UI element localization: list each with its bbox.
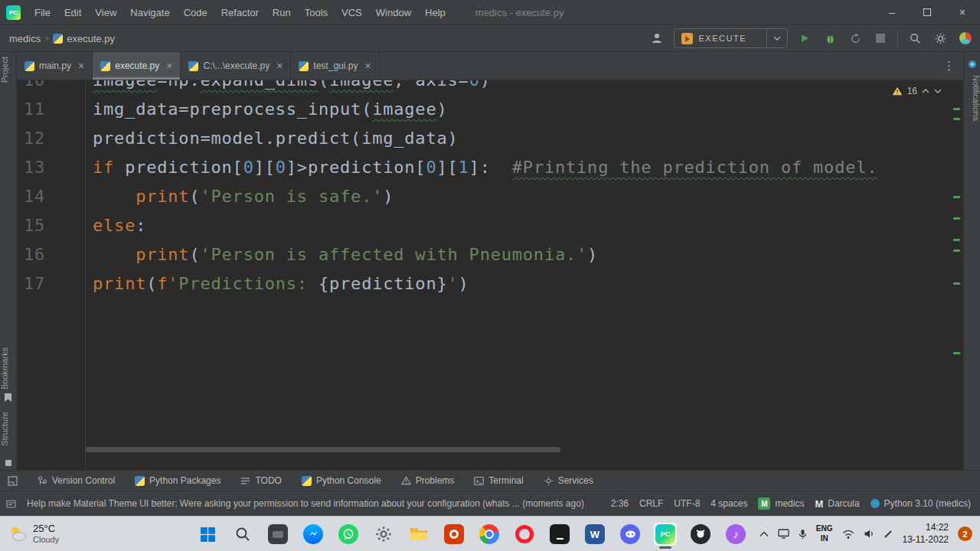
stripe-button-structure[interactable]: Structure	[0, 412, 17, 446]
pycharm-icon[interactable]: PC	[654, 523, 677, 546]
line-number[interactable]: 16	[17, 245, 85, 264]
menu-window[interactable]: Window	[369, 7, 418, 18]
file-explorer-icon[interactable]	[407, 523, 430, 546]
code-editor[interactable]: 10imagee=np.expand_dims(imagee, axis=0)1…	[17, 80, 963, 470]
prev-warning-icon[interactable]	[922, 89, 929, 93]
code-text[interactable]: print('Person is affected with Pneumonia…	[85, 245, 598, 264]
rerun-coverage-button[interactable]	[847, 30, 864, 47]
language-indicator[interactable]: ENG IN	[816, 524, 833, 543]
inspections-widget[interactable]: 16	[892, 86, 942, 96]
line-number[interactable]: 15	[17, 216, 85, 235]
line-separator[interactable]: CRLF	[639, 498, 663, 509]
tool-window-terminal[interactable]: Terminal	[474, 475, 523, 486]
chevron-down-icon[interactable]	[767, 36, 787, 41]
opera-icon[interactable]	[513, 523, 536, 546]
tool-window-todo[interactable]: TODO	[240, 475, 281, 486]
run-configuration-select[interactable]: EXECUTE	[674, 28, 788, 48]
start-icon[interactable]	[196, 523, 219, 546]
close-tab-icon[interactable]: ×	[78, 60, 84, 72]
clock-widget[interactable]: 14:22 13-11-2022	[903, 522, 949, 546]
run-button[interactable]	[796, 30, 813, 47]
code-text[interactable]: else:	[85, 216, 146, 235]
line-number[interactable]: 17	[17, 274, 85, 293]
menu-tools[interactable]: Tools	[298, 7, 335, 18]
music-icon[interactable]: ♪	[724, 523, 747, 546]
tab-execute-py[interactable]: execute.py×	[93, 52, 181, 80]
github-icon[interactable]	[689, 523, 712, 546]
breadcrumb-file[interactable]: execute.py	[67, 33, 115, 44]
commit-icon[interactable]	[5, 456, 12, 470]
next-warning-icon[interactable]	[934, 89, 942, 93]
volume-icon[interactable]	[864, 529, 874, 539]
tab-test-gui-py[interactable]: test_gui.py×	[291, 52, 379, 80]
interpreter-selector[interactable]: Python 3.10 (medics)	[871, 498, 971, 509]
material-project-badge[interactable]: M medics	[758, 497, 804, 510]
messenger-icon[interactable]	[302, 523, 325, 546]
tool-window-version-control[interactable]: Version Control	[38, 475, 115, 486]
stripe-button-notifications[interactable]: Notifications	[964, 75, 980, 121]
stripe-button-project[interactable]: Project	[0, 57, 17, 83]
debug-button[interactable]	[822, 30, 838, 47]
event-log-icon[interactable]	[6, 499, 16, 509]
menu-file[interactable]: File	[28, 7, 57, 18]
discord-icon[interactable]	[619, 523, 642, 546]
breadcrumb-project[interactable]: medics	[9, 33, 41, 44]
notification-badge[interactable]: 2	[958, 527, 972, 541]
indent-setting[interactable]: 4 spaces	[710, 498, 747, 509]
tab-options-icon[interactable]: ⋮	[936, 52, 963, 80]
code-text[interactable]: imagee=np.expand_dims(imagee, axis=0)	[85, 80, 491, 90]
code-text[interactable]: print(f'Predictions: {prediction}')	[85, 274, 469, 293]
theme-selector[interactable]: M Darcula	[815, 498, 859, 510]
code-text[interactable]: prediction=model.predict(img_data)	[85, 129, 459, 148]
line-number[interactable]: 11	[17, 99, 85, 119]
whatsapp-icon[interactable]	[337, 523, 360, 546]
code-text[interactable]: if prediction[0][0]>prediction[0][1]: #P…	[85, 158, 877, 177]
intellij-icon[interactable]	[548, 523, 571, 546]
menu-code[interactable]: Code	[177, 7, 214, 18]
microphone-icon[interactable]	[799, 529, 807, 540]
code-text[interactable]: print('Person is safe.')	[85, 187, 394, 206]
tool-window-services[interactable]: Services	[544, 475, 593, 486]
close-tab-icon[interactable]: ×	[166, 60, 172, 72]
material-theme-icon[interactable]	[957, 30, 974, 47]
line-number[interactable]: 12	[17, 129, 85, 148]
tray-expand-icon[interactable]	[760, 531, 769, 537]
display-icon[interactable]	[778, 529, 789, 539]
tool-window-python-packages[interactable]: Python Packages	[135, 475, 220, 486]
close-button[interactable]: ×	[945, 0, 980, 25]
menu-edit[interactable]: Edit	[57, 7, 88, 18]
weather-widget[interactable]: 25°C Cloudy	[0, 523, 59, 545]
horizontal-scrollbar[interactable]	[86, 447, 560, 452]
line-number[interactable]: 10	[17, 80, 85, 90]
caret-position[interactable]: 2:36	[611, 498, 629, 509]
minimize-button[interactable]: –	[874, 0, 910, 25]
bookmark-icon[interactable]	[4, 392, 12, 406]
tab-c-execute-py[interactable]: C:\...\execute.py×	[181, 52, 291, 80]
stop-button[interactable]	[872, 30, 889, 47]
wifi-icon[interactable]	[842, 530, 854, 539]
office-icon[interactable]	[443, 523, 466, 546]
stripe-button-bookmarks[interactable]: Bookmarks	[0, 347, 17, 390]
menu-view[interactable]: View	[88, 7, 123, 18]
files-dark-icon[interactable]	[266, 523, 289, 546]
code-text[interactable]: img_data=preprocess_input(imagee)	[85, 99, 448, 119]
menu-run[interactable]: Run	[266, 7, 298, 18]
pen-icon[interactable]	[884, 529, 893, 539]
tool-window-python-console[interactable]: Python Console	[302, 475, 381, 486]
file-encoding[interactable]: UTF-8	[674, 498, 700, 509]
tool-window-problems[interactable]: Problems	[401, 475, 455, 486]
menu-refactor[interactable]: Refactor	[214, 7, 266, 18]
word-icon[interactable]: W	[583, 523, 606, 546]
settings-gear-icon[interactable]	[932, 30, 949, 47]
menu-vcs[interactable]: VCS	[335, 7, 369, 18]
status-message[interactable]: Help make Material Theme UI better: Were…	[27, 498, 600, 509]
tab-main-py[interactable]: main.py×	[17, 52, 93, 80]
tool-window-switcher-icon[interactable]	[8, 476, 18, 486]
menu-navigate[interactable]: Navigate	[123, 7, 176, 18]
close-tab-icon[interactable]: ×	[364, 60, 371, 72]
maximize-button[interactable]	[910, 0, 945, 25]
chrome-icon[interactable]	[478, 523, 501, 546]
search-icon[interactable]	[231, 523, 254, 546]
notification-bell-icon[interactable]	[968, 58, 977, 72]
line-number[interactable]: 13	[17, 158, 85, 177]
